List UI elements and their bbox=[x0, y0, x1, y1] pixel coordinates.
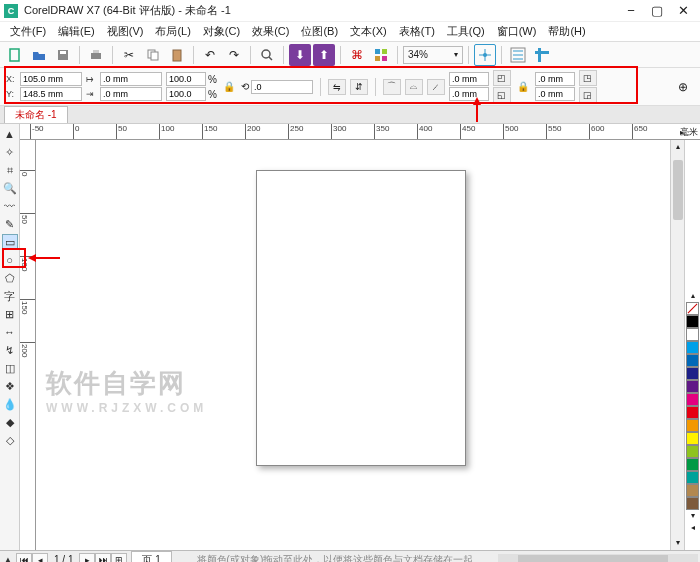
zoom-tool-icon[interactable]: 🔍 bbox=[2, 180, 18, 196]
ellipse-tool-icon[interactable]: ○ bbox=[2, 252, 18, 268]
menu-help[interactable]: 帮助(H) bbox=[542, 22, 591, 41]
corner-2a-input[interactable] bbox=[535, 72, 575, 86]
color-swatch[interactable] bbox=[686, 484, 699, 497]
rectangle-tool-icon[interactable]: ▭ bbox=[2, 234, 18, 250]
effects-tool-icon[interactable]: ◫ bbox=[2, 360, 18, 376]
cut-icon[interactable]: ✂ bbox=[118, 44, 140, 66]
vertical-ruler[interactable]: 0 50 100 150 200 bbox=[20, 140, 36, 550]
export-icon[interactable]: ⬆ bbox=[313, 44, 335, 66]
fill-tool-icon[interactable]: ◆ bbox=[2, 414, 18, 430]
menu-tools[interactable]: 工具(Q) bbox=[441, 22, 491, 41]
menu-window[interactable]: 窗口(W) bbox=[491, 22, 543, 41]
menu-table[interactable]: 表格(T) bbox=[393, 22, 441, 41]
corner-tr-icon[interactable]: ◳ bbox=[579, 70, 597, 86]
menu-view[interactable]: 视图(V) bbox=[101, 22, 150, 41]
x-input[interactable] bbox=[20, 72, 82, 86]
color-swatch[interactable] bbox=[686, 380, 699, 393]
menu-file[interactable]: 文件(F) bbox=[4, 22, 52, 41]
color-swatch[interactable] bbox=[686, 315, 699, 328]
scale-x-input[interactable] bbox=[166, 72, 206, 86]
redo-icon[interactable]: ↷ bbox=[223, 44, 245, 66]
scrollbar-thumb[interactable] bbox=[673, 160, 683, 220]
y-input[interactable] bbox=[20, 87, 82, 101]
color-swatch[interactable] bbox=[686, 497, 699, 510]
nav-cursor-icon[interactable]: ▲ bbox=[0, 552, 16, 563]
corner-tl-icon[interactable]: ◰ bbox=[493, 70, 511, 86]
open-icon[interactable] bbox=[28, 44, 50, 66]
copy-icon[interactable] bbox=[142, 44, 164, 66]
corner-bl-icon[interactable]: ◱ bbox=[493, 87, 511, 103]
rotation-input[interactable] bbox=[251, 80, 313, 94]
scale-y-input[interactable] bbox=[166, 87, 206, 101]
next-page-button[interactable]: ▸ bbox=[79, 553, 95, 563]
import-icon[interactable]: ⬇ bbox=[289, 44, 311, 66]
app-launcher-icon[interactable] bbox=[370, 44, 392, 66]
color-swatch[interactable] bbox=[686, 419, 699, 432]
color-none-swatch[interactable] bbox=[686, 302, 699, 315]
maximize-button[interactable]: ▢ bbox=[644, 2, 670, 20]
horizontal-ruler[interactable]: -50 0 50 100 150 200 250 300 350 400 450… bbox=[20, 124, 700, 140]
color-swatch[interactable] bbox=[686, 367, 699, 380]
crop-tool-icon[interactable]: ⌗ bbox=[2, 162, 18, 178]
menu-text[interactable]: 文本(X) bbox=[344, 22, 393, 41]
paste-icon[interactable] bbox=[166, 44, 188, 66]
scroll-down-icon[interactable]: ▾ bbox=[673, 538, 683, 548]
page-tab[interactable]: 页 1 bbox=[131, 551, 171, 563]
transparency-tool-icon[interactable]: ❖ bbox=[2, 378, 18, 394]
color-swatch[interactable] bbox=[686, 354, 699, 367]
corner-1a-input[interactable] bbox=[449, 72, 489, 86]
print-icon[interactable] bbox=[85, 44, 107, 66]
color-swatch[interactable] bbox=[686, 393, 699, 406]
table-tool-icon[interactable]: ⊞ bbox=[2, 306, 18, 322]
color-swatch[interactable] bbox=[686, 341, 699, 354]
scroll-up-icon[interactable]: ▴ bbox=[673, 142, 683, 152]
publish-pdf-icon[interactable]: ⌘ bbox=[346, 44, 368, 66]
close-button[interactable]: ✕ bbox=[670, 2, 696, 20]
freehand-tool-icon[interactable]: 〰 bbox=[2, 198, 18, 214]
menu-layout[interactable]: 布局(L) bbox=[149, 22, 196, 41]
palette-menu-icon[interactable]: ◂ bbox=[686, 523, 699, 533]
dimension-tool-icon[interactable]: ↔ bbox=[2, 324, 18, 340]
drawing-canvas[interactable]: 软件自学网 WWW.RJZXW.COM bbox=[36, 140, 670, 550]
corner-1b-input[interactable] bbox=[449, 87, 489, 101]
palette-down-icon[interactable]: ▾ bbox=[686, 511, 699, 521]
chevron-down-icon[interactable]: ▾ bbox=[454, 50, 458, 59]
new-doc-icon[interactable] bbox=[4, 44, 26, 66]
minimize-button[interactable]: − bbox=[618, 2, 644, 20]
palette-up-icon[interactable]: ▴ bbox=[686, 291, 699, 301]
last-page-button[interactable]: ⏭ bbox=[95, 553, 111, 563]
color-swatch[interactable] bbox=[686, 458, 699, 471]
shape-tool-icon[interactable]: ✧ bbox=[2, 144, 18, 160]
undo-icon[interactable]: ↶ bbox=[199, 44, 221, 66]
save-icon[interactable] bbox=[52, 44, 74, 66]
horizontal-scrollbar[interactable] bbox=[498, 554, 698, 563]
ruler-options-icon[interactable] bbox=[531, 44, 553, 66]
corner-lock-icon[interactable]: 🔒 bbox=[515, 72, 531, 102]
search-icon[interactable] bbox=[256, 44, 278, 66]
outline-tool-icon[interactable]: ◇ bbox=[2, 432, 18, 448]
document-tab[interactable]: 未命名 -1 bbox=[4, 106, 68, 123]
color-swatch[interactable] bbox=[686, 445, 699, 458]
mirror-v-icon[interactable]: ⇵ bbox=[350, 79, 368, 95]
eyedropper-tool-icon[interactable]: 💧 bbox=[2, 396, 18, 412]
corner-style-chamfer-icon[interactable]: ⟋ bbox=[427, 79, 445, 95]
color-swatch[interactable] bbox=[686, 471, 699, 484]
first-page-button[interactable]: ⏮ bbox=[16, 553, 32, 563]
corner-style-round-icon[interactable]: ⌒ bbox=[383, 79, 401, 95]
mirror-h-icon[interactable]: ⇋ bbox=[328, 79, 346, 95]
snap-icon[interactable] bbox=[474, 44, 496, 66]
width-input[interactable] bbox=[100, 72, 162, 86]
lock-ratio-icon[interactable]: 🔒 bbox=[221, 72, 237, 102]
pick-tool-icon[interactable]: ▲ bbox=[2, 126, 18, 142]
color-swatch[interactable] bbox=[686, 406, 699, 419]
polygon-tool-icon[interactable]: ⬠ bbox=[2, 270, 18, 286]
hscroll-thumb[interactable] bbox=[518, 555, 668, 563]
add-page-button[interactable]: ⊞ bbox=[111, 553, 127, 563]
text-tool-icon[interactable]: 字 bbox=[2, 288, 18, 304]
height-input[interactable] bbox=[100, 87, 162, 101]
options-icon[interactable] bbox=[507, 44, 529, 66]
corner-2b-input[interactable] bbox=[535, 87, 575, 101]
menu-effects[interactable]: 效果(C) bbox=[246, 22, 295, 41]
vertical-scrollbar[interactable]: ▴ ▾ bbox=[670, 140, 684, 550]
color-swatch[interactable] bbox=[686, 432, 699, 445]
